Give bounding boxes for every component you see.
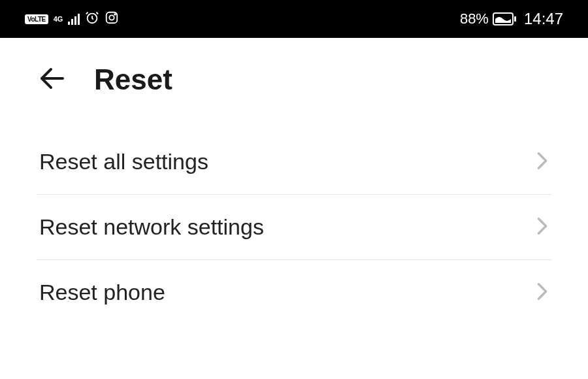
list-item-label: Reset phone bbox=[39, 280, 165, 305]
reset-phone-item[interactable]: Reset phone bbox=[37, 260, 551, 325]
svg-point-2 bbox=[110, 15, 114, 20]
settings-list: Reset all settings Reset network setting… bbox=[0, 110, 588, 325]
network-type: 4G bbox=[54, 16, 63, 23]
list-item-label: Reset network settings bbox=[39, 214, 264, 240]
instagram-icon bbox=[105, 10, 119, 27]
clock-time: 14:47 bbox=[524, 10, 563, 28]
back-button[interactable] bbox=[37, 63, 68, 97]
page-title: Reset bbox=[94, 63, 172, 96]
status-right: 88% 14:47 bbox=[460, 10, 563, 28]
reset-all-settings-item[interactable]: Reset all settings bbox=[37, 129, 551, 195]
arrow-left-icon bbox=[37, 63, 68, 94]
status-left: VoLTE 4G bbox=[25, 10, 119, 27]
svg-point-3 bbox=[115, 14, 116, 15]
battery-percent: 88% bbox=[460, 10, 489, 27]
status-bar: VoLTE 4G 88% bbox=[0, 0, 588, 38]
battery-icon bbox=[493, 12, 516, 25]
reset-network-settings-item[interactable]: Reset network settings bbox=[37, 195, 551, 260]
chevron-right-icon bbox=[536, 217, 549, 238]
signal-icon bbox=[68, 13, 80, 25]
chevron-right-icon bbox=[536, 282, 549, 303]
volte-badge: VoLTE bbox=[25, 14, 48, 24]
list-item-label: Reset all settings bbox=[39, 149, 208, 174]
alarm-icon bbox=[85, 10, 99, 27]
header: Reset bbox=[0, 38, 588, 110]
svg-rect-5 bbox=[514, 16, 516, 22]
chevron-right-icon bbox=[536, 152, 549, 173]
